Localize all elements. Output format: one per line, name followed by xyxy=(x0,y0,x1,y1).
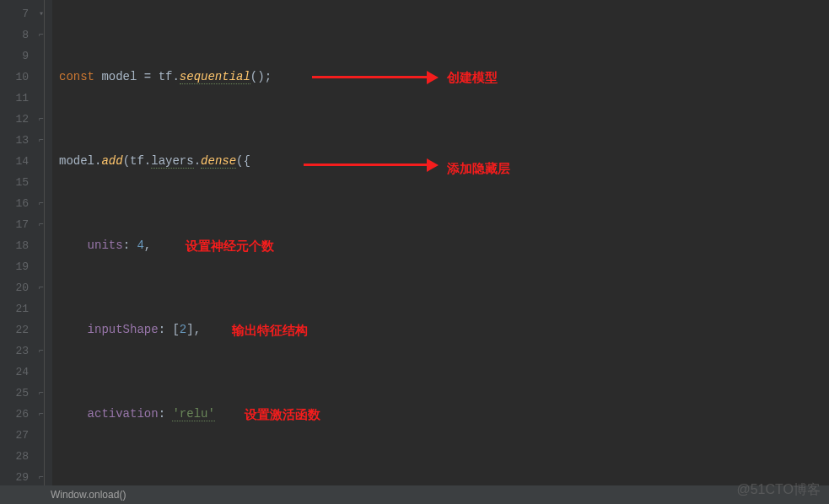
code-editor[interactable]: 7891011121314151617181920212223242526272… xyxy=(0,0,829,485)
line-number: 20 xyxy=(0,277,29,298)
fold-marker-icon[interactable]: ⌐ xyxy=(39,109,44,130)
fold-marker-icon[interactable]: ⌐ xyxy=(39,404,44,425)
fold-column: ▾⌐⌐⌐⌐⌐⌐⌐⌐⌐⌐ xyxy=(35,0,52,485)
arrow-icon xyxy=(304,161,439,168)
fold-marker-icon[interactable]: ⌐ xyxy=(39,383,44,404)
breadcrumb: Window.onload() xyxy=(51,489,126,501)
line-number-gutter: 7891011121314151617181920212223242526272… xyxy=(0,0,35,485)
code-area[interactable]: const model = tf.sequential(); 创建模型 mode… xyxy=(52,0,829,485)
line-number: 13 xyxy=(0,130,29,151)
arrow-icon xyxy=(312,73,439,80)
line-number: 21 xyxy=(0,298,29,319)
annotation-label: 设置激活函数 xyxy=(245,404,320,425)
line-number: 7 xyxy=(0,3,29,24)
line-number: 26 xyxy=(0,404,29,425)
fold-marker-icon[interactable]: ▾ xyxy=(39,3,44,24)
annotation-label: 设置神经元个数 xyxy=(186,235,274,256)
line-number: 24 xyxy=(0,362,29,383)
line-number: 27 xyxy=(0,425,29,446)
fold-marker-icon[interactable]: ⌐ xyxy=(39,340,44,362)
line-number: 11 xyxy=(0,88,29,109)
annotation-label: 输出特征结构 xyxy=(232,319,308,340)
line-number: 14 xyxy=(0,151,29,172)
fold-marker-icon[interactable]: ⌐ xyxy=(39,24,44,46)
fold-marker-icon[interactable]: ⌐ xyxy=(39,130,44,151)
line-number: 15 xyxy=(0,172,29,193)
fold-marker-icon[interactable]: ⌐ xyxy=(39,214,44,235)
line-number: 18 xyxy=(0,235,29,256)
fold-marker-icon[interactable]: ⌐ xyxy=(39,193,44,214)
line-number: 23 xyxy=(0,340,29,362)
line-number: 19 xyxy=(0,256,29,277)
line-number: 22 xyxy=(0,319,29,340)
code-line[interactable]: inputShape: [2], 输出特征结构 xyxy=(59,319,829,340)
line-number: 8 xyxy=(0,24,29,46)
line-number: 25 xyxy=(0,383,29,404)
line-number: 10 xyxy=(0,67,29,88)
line-number: 9 xyxy=(0,46,29,67)
code-line[interactable]: activation: 'relu' 设置激活函数 xyxy=(59,404,829,425)
line-number: 16 xyxy=(0,193,29,214)
code-line[interactable]: model.add(tf.layers.dense({ 添加隐藏层 xyxy=(59,151,829,172)
annotation-label: 创建模型 xyxy=(447,67,498,88)
annotation-label: 添加隐藏层 xyxy=(447,158,510,179)
line-number: 17 xyxy=(0,214,29,235)
code-line[interactable]: units: 4, 设置神经元个数 xyxy=(59,235,829,256)
watermark: @51CTO博客 xyxy=(736,481,821,499)
fold-marker-icon[interactable]: ⌐ xyxy=(39,277,44,298)
code-line[interactable]: const model = tf.sequential(); 创建模型 xyxy=(59,67,829,88)
line-number: 12 xyxy=(0,109,29,130)
line-number: 28 xyxy=(0,446,29,467)
status-bar: Window.onload() xyxy=(0,485,829,504)
